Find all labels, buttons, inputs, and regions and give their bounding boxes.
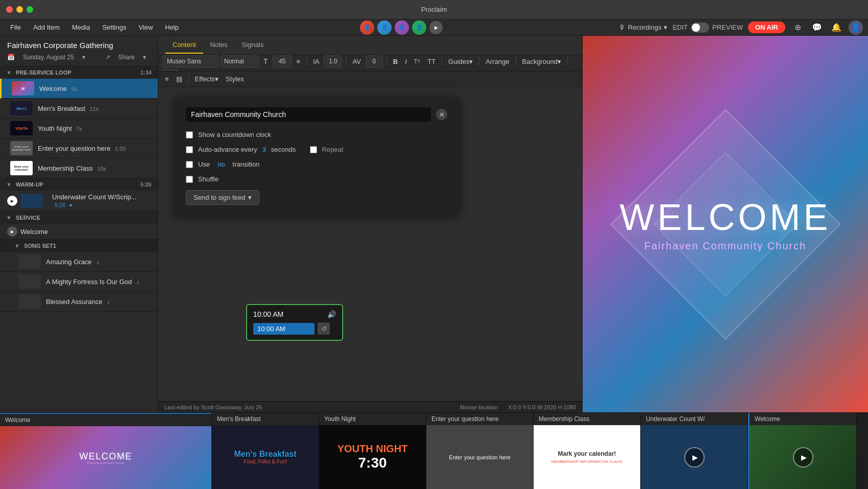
- tab-signals[interactable]: Signals: [235, 37, 271, 54]
- effects-chevron: ▾: [215, 75, 219, 83]
- transition-checkbox[interactable]: [186, 161, 193, 168]
- share-label[interactable]: Share: [118, 54, 135, 61]
- maximize-button[interactable]: [27, 6, 33, 13]
- list-btn[interactable]: ▤: [174, 73, 185, 85]
- chat-icon[interactable]: 💬: [810, 20, 824, 35]
- play-circle-welcome2[interactable]: [793, 447, 813, 468]
- edit-preview-switch[interactable]: [691, 22, 709, 33]
- section-warmup[interactable]: ▼ WARM-UP 5:26: [0, 178, 158, 191]
- app-title: Proclaim: [421, 6, 447, 13]
- section-pre-service[interactable]: ▼ PRE-SERVICE LOOP 1:34: [0, 66, 158, 79]
- tracking-input[interactable]: [366, 55, 383, 67]
- menu-file[interactable]: File: [5, 22, 26, 33]
- tab-content[interactable]: Content: [165, 37, 203, 54]
- sidebar-item-membership[interactable]: Mark your calendar! Membership Class 10s: [0, 158, 158, 178]
- film-item-question[interactable]: Enter your question here Enter your ques…: [426, 413, 534, 489]
- film-item-membership[interactable]: Membership Class Mark your calendar! MEM…: [534, 413, 641, 489]
- welcome-text-block: WELCOME Fairhaven Community Church: [619, 196, 831, 252]
- font-size-type-btn[interactable]: T: [261, 55, 271, 67]
- section-service[interactable]: ▼ SERVICE: [0, 212, 158, 224]
- dialog-title-input[interactable]: [186, 107, 431, 122]
- sidebar-date[interactable]: Sunday, August 25: [23, 54, 74, 61]
- background-btn[interactable]: Background ▾: [520, 55, 564, 67]
- menu-add-item[interactable]: Add Item: [28, 22, 65, 33]
- play-circle-underwater[interactable]: [684, 447, 705, 468]
- countdown-label: Show a countdown clock: [198, 131, 271, 138]
- dialog-close-btn[interactable]: ✕: [436, 109, 447, 120]
- avatar-1[interactable]: 👤: [360, 20, 374, 35]
- text-transform-btn[interactable]: TT: [425, 55, 438, 67]
- menu-view[interactable]: View: [133, 22, 158, 33]
- font-size-input[interactable]: [273, 55, 292, 67]
- superscript-btn[interactable]: TT: [412, 55, 423, 67]
- traffic-lights: [6, 6, 33, 13]
- user-avatar[interactable]: 👤: [849, 20, 863, 35]
- welcome-preview-bg: WELCOME Fairhaven Community Church: [583, 36, 868, 412]
- menu-help[interactable]: Help: [160, 22, 184, 33]
- film-thumb-question: Enter your question here: [426, 425, 533, 489]
- avatar-3[interactable]: 👤: [395, 20, 409, 35]
- last-edited-text: Last edited by Scott Gassoway, July 26: [164, 404, 262, 410]
- section-songset1[interactable]: ▼ Song Set1: [0, 240, 158, 252]
- add-icon[interactable]: ⊕: [790, 20, 805, 35]
- font-select[interactable]: Museo Sans: [162, 55, 219, 67]
- note-icon-blessed: ♪: [107, 298, 110, 306]
- film-item-welcome[interactable]: Welcome WELCOME Fairhaven Community Chur…: [0, 413, 212, 489]
- guides-btn[interactable]: Guides ▾: [446, 55, 475, 67]
- refresh-btn[interactable]: ↺: [318, 322, 330, 335]
- on-air-button[interactable]: ON AIR: [748, 21, 785, 33]
- sidebar-item-mens-breakfast[interactable]: Men's Men's Breakfast 11s: [0, 99, 158, 119]
- style-select[interactable]: Normal: [221, 55, 259, 67]
- sidebar-item-amazing-grace[interactable]: Amazing Grace ♪: [0, 252, 158, 272]
- tracking-btn[interactable]: AV: [350, 55, 363, 67]
- styles-btn[interactable]: Styles: [223, 73, 246, 85]
- item-name-membership: Membership Class: [38, 165, 93, 172]
- send-sign-button[interactable]: Send to sign feed ▾: [186, 190, 259, 205]
- italic-btn[interactable]: I: [402, 55, 409, 67]
- avatar-2[interactable]: 👤: [377, 20, 392, 35]
- divider-2: [346, 56, 346, 66]
- repeat-checkbox[interactable]: [310, 146, 317, 153]
- line-height-input[interactable]: [324, 55, 342, 67]
- shuffle-checkbox[interactable]: [186, 176, 193, 183]
- film-item-underwater[interactable]: Underwater Count W/: [641, 413, 748, 489]
- minimize-button[interactable]: [16, 6, 23, 13]
- auto-advance-checkbox[interactable]: [186, 146, 193, 153]
- menu-settings[interactable]: Settings: [97, 22, 131, 33]
- align-btn[interactable]: ≡: [162, 73, 172, 85]
- menu-media[interactable]: Media: [67, 22, 95, 33]
- film-label-welcome: Welcome: [0, 414, 211, 426]
- styles-label: Styles: [226, 75, 244, 83]
- avatar-4[interactable]: 👤: [412, 20, 426, 35]
- font-size-stepper[interactable]: ≡: [294, 55, 303, 67]
- line-height-btn[interactable]: IA: [310, 55, 322, 67]
- effects-btn[interactable]: Effects ▾: [192, 73, 222, 85]
- film-item-breakfast[interactable]: Men's Breakfast Men's Breakfast Food, Fo…: [212, 413, 319, 489]
- play-button[interactable]: [429, 21, 443, 34]
- time-popup: 10:00 AM 🔊 ↺: [246, 304, 343, 341]
- tab-notes[interactable]: Notes: [203, 37, 235, 54]
- arrange-btn[interactable]: Arrange: [483, 55, 512, 67]
- recordings-button[interactable]: 🎙 Recordings ▾: [619, 24, 668, 31]
- guides-chevron: ▾: [469, 58, 473, 65]
- sidebar-item-question[interactable]: Enter your question here Enter your ques…: [0, 138, 158, 158]
- item-name-blessed-assurance: Blessed Assurance: [46, 298, 103, 306]
- sidebar-item-youth-night[interactable]: YOUTH Youth Night 7s: [0, 119, 158, 138]
- edit-preview-toggle: EDIT PREVIEW: [672, 22, 743, 33]
- section-pre-service-label: PRE-SERVICE LOOP: [16, 69, 71, 76]
- sidebar-item-underwater[interactable]: ▶ Underwater Count W/Scrip... 5:26 ●: [0, 191, 158, 212]
- bell-icon[interactable]: 🔔: [829, 20, 843, 35]
- film-item-youth[interactable]: Youth Night YOUTH NIGHT 7:30: [319, 413, 426, 489]
- thumb-membership: Mark your calendar!: [10, 161, 33, 175]
- sidebar-item-blessed-assurance[interactable]: Blessed Assurance ♪: [0, 292, 158, 312]
- time-input[interactable]: [253, 323, 315, 335]
- sidebar-item-mighty-fortress[interactable]: A Mighty Fortress Is Our God ♪: [0, 272, 158, 292]
- countdown-checkbox[interactable]: [186, 131, 193, 138]
- guides-label: Guides: [448, 58, 469, 65]
- sidebar-item-welcome-preservice[interactable]: W Welcome 6s: [0, 79, 158, 99]
- preview-label: PREVIEW: [712, 24, 743, 31]
- film-item-welcome2[interactable]: Welcome: [750, 413, 857, 489]
- bold-btn[interactable]: B: [391, 55, 400, 67]
- close-button[interactable]: [6, 6, 13, 13]
- sidebar-item-welcome-service[interactable]: ▶ Welcome: [0, 224, 158, 240]
